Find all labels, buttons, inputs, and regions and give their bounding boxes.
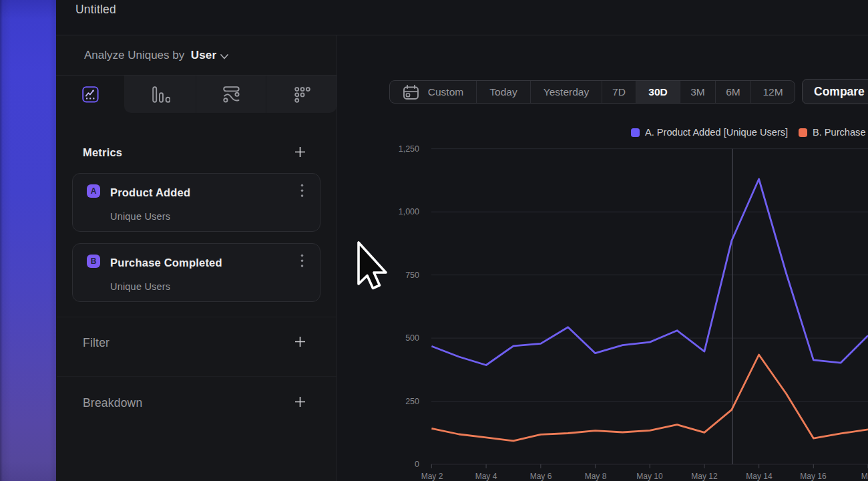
svg-text:1,250: 1,250 (399, 144, 419, 154)
svg-text:250: 250 (405, 397, 419, 406)
svg-text:Ma: Ma (861, 472, 868, 481)
svg-text:May 4: May 4 (475, 472, 497, 481)
svg-text:May 10: May 10 (636, 472, 663, 481)
svg-text:May 16: May 16 (800, 472, 827, 481)
svg-text:May 8: May 8 (585, 472, 607, 481)
svg-text:May 2: May 2 (421, 472, 443, 481)
svg-text:1,000: 1,000 (399, 207, 419, 216)
svg-text:May 14: May 14 (746, 472, 773, 481)
svg-text:500: 500 (405, 333, 419, 343)
svg-text:May 6: May 6 (530, 472, 552, 481)
svg-text:750: 750 (405, 271, 419, 280)
svg-text:0: 0 (415, 460, 419, 469)
svg-text:May 12: May 12 (691, 472, 718, 481)
